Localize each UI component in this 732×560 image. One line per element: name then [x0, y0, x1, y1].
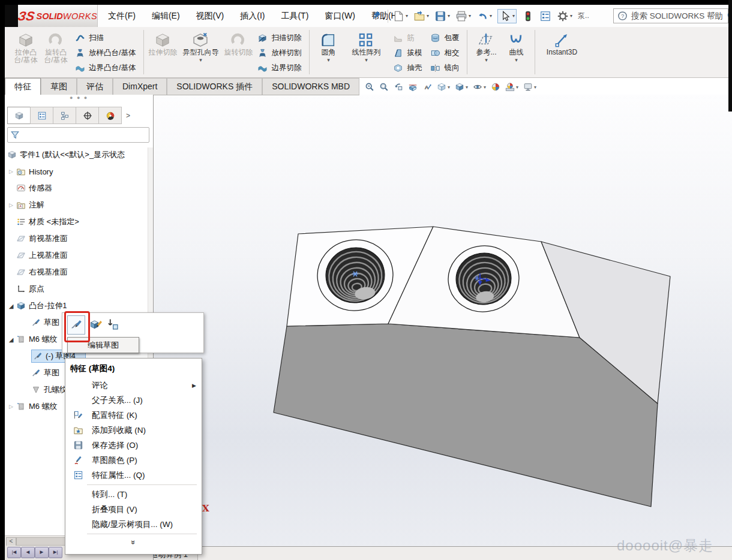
tree-item-2[interactable]: 传感器	[6, 181, 52, 195]
tree-item-15[interactable]: ▷M6 螺纹	[6, 399, 58, 414]
tab-特征[interactable]: 特征	[5, 78, 41, 95]
tree-item-3[interactable]: ▷A注解	[6, 198, 44, 212]
tree-item-0[interactable]: 零件1 (默认<<默认>_显示状态	[7, 147, 125, 162]
dropdown-caret-icon[interactable]: ▾	[534, 85, 536, 90]
ribbon-button[interactable]: 相交	[426, 46, 463, 61]
tab-评估[interactable]: 评估	[77, 78, 113, 95]
collapsed-arrow-icon[interactable]: ▷	[6, 404, 16, 410]
search-input[interactable]: 搜索 SOLIDWORKS 帮助	[631, 11, 723, 22]
tab-草图[interactable]: 草图	[41, 78, 77, 95]
nav-button-2[interactable]: ▶	[35, 547, 49, 558]
tree-item-6[interactable]: 上视基准面	[6, 248, 68, 263]
tree-item-4[interactable]: 材质 <未指定>	[6, 215, 79, 229]
dropdown-caret-icon[interactable]: ▾	[199, 58, 202, 63]
dropdown-caret-icon[interactable]: ▾	[448, 13, 450, 19]
dropdown-caret-icon[interactable]: ▾	[327, 58, 330, 63]
tab-DimXpert[interactable]: DimXpert	[113, 78, 167, 95]
dropdown-caret-icon[interactable]: ▾	[516, 85, 518, 90]
collapsed-arrow-icon[interactable]: ▷	[6, 168, 16, 174]
ribbon-button[interactable]: 放样切割	[253, 46, 305, 61]
tree-item-7[interactable]: 右视基准面	[6, 265, 68, 279]
part-model[interactable]	[264, 216, 684, 516]
ribbon-button[interactable]: 边界切除	[253, 61, 305, 76]
context-menu-item-1[interactable]: 父子关系... (J)	[65, 393, 202, 408]
ribbon-button[interactable]: Instant3D	[539, 29, 584, 56]
featuremanager-tab[interactable]	[7, 107, 31, 124]
selection-filter-button[interactable]	[522, 10, 534, 22]
apply-scene-button[interactable]: ▾	[505, 82, 518, 92]
tab-SOLIDWORKS MBD[interactable]: SOLIDWORKS MBD	[262, 78, 359, 95]
edit-feature-button[interactable]	[89, 317, 103, 332]
context-menu-item-2[interactable]: 配置特征 (K)	[65, 408, 202, 423]
hide-show-items-button[interactable]: ▾	[473, 82, 486, 92]
section-view-button[interactable]	[408, 82, 418, 92]
ribbon-button[interactable]: 包覆	[426, 31, 463, 46]
tree-item-14[interactable]: 孔螺纹	[31, 383, 67, 397]
tree-item-9[interactable]: ◢凸台-拉伸1	[6, 299, 67, 313]
menu-expand-chevron-icon[interactable]: »	[65, 536, 202, 548]
panel-drag-handle[interactable]: ● ● ●	[70, 95, 88, 101]
ribbon-button[interactable]: 边界凸台/基体	[71, 61, 140, 76]
dropdown-caret-icon[interactable]: ▾	[466, 85, 468, 90]
pin-icon[interactable]	[372, 10, 382, 20]
nav-button-3[interactable]: ▶|	[49, 547, 62, 558]
dimxpertmanager-tab[interactable]	[76, 107, 99, 124]
previous-view-button[interactable]	[394, 82, 403, 92]
tree-item-8[interactable]: 原点	[6, 282, 44, 296]
menu-item-3[interactable]: 插入(I)	[240, 11, 265, 22]
open-button[interactable]: ▾	[413, 10, 429, 22]
dropdown-caret-icon[interactable]: ▾	[512, 13, 515, 19]
context-menu-item-9[interactable]: 折叠项目 (V)	[65, 502, 202, 517]
settings-gear-button[interactable]: ▾	[557, 10, 572, 22]
dropdown-caret-icon[interactable]: ▾	[490, 13, 492, 19]
options-list-button[interactable]	[539, 10, 551, 22]
context-menu-item-6[interactable]: 特征属性... (Q)	[65, 468, 202, 483]
menu-item-2[interactable]: 视图(V)	[196, 11, 224, 22]
display-style-button[interactable]: ▾	[455, 82, 468, 92]
nav-button-0[interactable]: |◀	[7, 547, 21, 558]
select-cursor-button[interactable]: ▾	[497, 9, 517, 23]
dropdown-caret-icon[interactable]: ▾	[515, 58, 518, 63]
ribbon-button[interactable]: 拔模	[389, 46, 426, 61]
scroll-left-button[interactable]: <	[6, 537, 16, 546]
insert-into-new-part-button[interactable]	[106, 317, 120, 332]
ribbon-button[interactable]: 异型孔向导▾	[178, 29, 223, 63]
dropdown-caret-icon[interactable]: ▾	[365, 58, 368, 63]
save-button[interactable]: ▾	[434, 10, 450, 22]
ribbon-button[interactable]: 曲线▾	[501, 29, 531, 63]
dropdown-caret-icon[interactable]: ▾	[427, 13, 429, 19]
print-button[interactable]: ▾	[455, 10, 471, 22]
expanded-arrow-icon[interactable]: ◢	[6, 303, 16, 309]
ribbon-button[interactable]: 线性阵列▾	[343, 29, 389, 63]
menu-item-0[interactable]: 文件(F)	[108, 11, 136, 22]
dropdown-caret-icon[interactable]: ▾	[448, 85, 450, 90]
ribbon-button[interactable]: 镜向	[426, 61, 463, 76]
zoom-area-button[interactable]	[379, 82, 389, 92]
context-menu-item-0[interactable]: 评论▶	[65, 378, 202, 393]
tree-item-10[interactable]: 草图	[31, 315, 59, 330]
context-menu-item-5[interactable]: 草图颜色 (P)	[65, 453, 202, 468]
undo-button[interactable]: ▾	[476, 10, 492, 22]
dropdown-caret-icon[interactable]: ▾	[485, 58, 488, 63]
menu-item-4[interactable]: 工具(T)	[281, 11, 308, 22]
overflow-button[interactable]: 泵..	[578, 11, 589, 21]
tree-item-11[interactable]: ◢M6 螺纹	[6, 332, 58, 347]
scroll-thumb[interactable]	[16, 537, 65, 546]
dropdown-caret-icon[interactable]: ▾	[469, 13, 471, 19]
edit-appearance-button[interactable]	[491, 82, 500, 92]
context-menu-item-8[interactable]: 转到... (T)	[65, 487, 202, 502]
tree-item-5[interactable]: 前视基准面	[6, 231, 68, 246]
propertymanager-tab[interactable]	[30, 107, 53, 124]
context-menu-item-4[interactable]: 保存选择 (O)	[65, 438, 202, 453]
collapsed-arrow-icon[interactable]: ▷	[6, 202, 16, 208]
context-menu-item-10[interactable]: 隐藏/显示树项目... (W)	[65, 517, 202, 532]
ribbon-button[interactable]: 放样凸台/基体	[71, 46, 140, 61]
dropdown-caret-icon[interactable]: ▾	[570, 13, 572, 19]
menu-item-5[interactable]: 窗口(W)	[325, 11, 355, 22]
ribbon-button[interactable]: 参考...▾	[471, 29, 501, 63]
tree-item-1[interactable]: ▷History	[6, 164, 53, 179]
view-settings-button[interactable]: ▾	[523, 82, 536, 92]
tree-filter-input[interactable]	[7, 127, 149, 143]
dropdown-caret-icon[interactable]: ▾	[484, 85, 486, 90]
menu-item-1[interactable]: 编辑(E)	[152, 11, 180, 22]
